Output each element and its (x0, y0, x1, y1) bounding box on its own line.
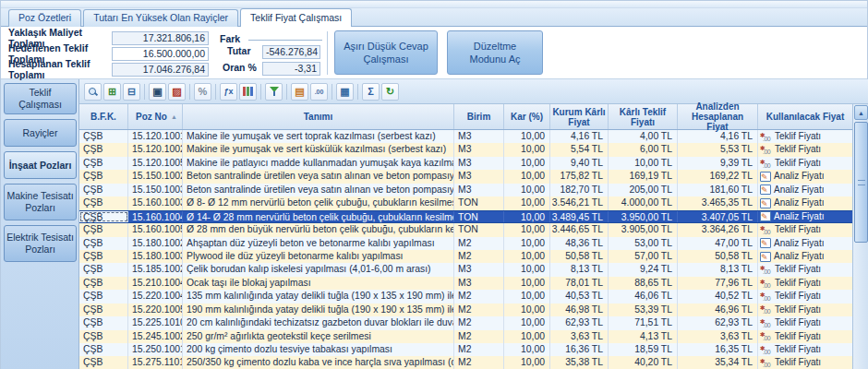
cell-bfk[interactable]: ÇŞB (79, 184, 128, 196)
chart-icon[interactable] (239, 83, 257, 101)
cell-bfk[interactable]: ÇŞB (79, 196, 128, 209)
col-header-tanimi[interactable]: Tanımı (183, 104, 454, 129)
cell-kurum-karli-fiyat[interactable]: 3.489,45 TL (550, 211, 609, 222)
sidebar-item-makine-tesisati-pozlari[interactable]: Makine Tesisatı Pozları (4, 184, 77, 220)
cell-analizden-hesaplanan-fiyat[interactable]: 16,35 TL (678, 343, 758, 356)
cell-kullanilacak-fiyat[interactable]: Teklif Fiyatı (758, 130, 852, 143)
tree-add-icon[interactable]: ⊞ (103, 83, 121, 101)
cell-kurum-karli-fiyat[interactable]: 48,36 TL (550, 237, 609, 250)
cell-kullanilacak-fiyat[interactable]: Teklif Fiyatı (758, 157, 852, 170)
formula-icon[interactable]: ƒx (220, 83, 237, 101)
cell-karli-teklif-fiyati[interactable]: 4,00 TL (609, 130, 678, 143)
col-header-birim[interactable]: Birim (454, 104, 504, 129)
cell-kar[interactable]: 10,00 (504, 356, 550, 369)
table-row[interactable]: ÇŞB15.120.1005Makine ile patlayıcı madde… (79, 157, 852, 170)
cell-karli-teklif-fiyati[interactable]: 53,39 TL (609, 304, 678, 316)
cell-poz-no[interactable]: 15.220.1004 (128, 290, 183, 303)
decimal-icon[interactable]: .00 (310, 83, 328, 101)
cell-kar[interactable]: 10,00 (504, 157, 550, 170)
cell-analizden-hesaplanan-fiyat[interactable]: 77,96 TL (678, 277, 758, 290)
cell-tanimi[interactable]: Makine ile yumuşak ve sert toprak kazılm… (183, 130, 454, 143)
cell-birim[interactable]: M3 (454, 170, 504, 183)
cell-kurum-karli-fiyat[interactable]: 175,82 TL (550, 170, 609, 183)
cell-bfk[interactable]: ÇŞB (79, 290, 128, 303)
cell-analizden-hesaplanan-fiyat[interactable]: 5,53 TL (678, 143, 758, 156)
cell-birim[interactable]: M2 (454, 290, 504, 303)
scroll-up-icon[interactable]: ▲ (854, 105, 868, 120)
cell-tanimi[interactable]: 250/350 kg çimento dozlu kaba ve ince ha… (183, 356, 454, 369)
cell-kullanilacak-fiyat[interactable]: Teklif Fiyatı (758, 143, 852, 156)
cell-kurum-karli-fiyat[interactable]: 78,01 TL (550, 277, 609, 290)
cell-poz-no[interactable]: 15.120.1005 (128, 157, 183, 170)
cell-kullanilacak-fiyat[interactable]: Analiz Fiyatı (758, 196, 852, 209)
cell-karli-teklif-fiyati[interactable]: 46,06 TL (609, 290, 678, 303)
cell-kurum-karli-fiyat[interactable]: 8,13 TL (550, 263, 609, 276)
cell-kullanilacak-fiyat[interactable]: Analiz Fiyatı (758, 170, 852, 183)
cell-poz-no[interactable]: 15.245.1002 (128, 330, 183, 343)
table-row[interactable]: ÇŞB15.210.1004Ocak taşı ile blokaj yapıl… (79, 277, 852, 290)
cell-bfk[interactable]: ÇŞB (79, 277, 128, 290)
scrollbar-thumb[interactable] (854, 122, 868, 243)
cell-kar[interactable]: 10,00 (504, 250, 550, 263)
cell-kurum-karli-fiyat[interactable]: 40,53 TL (550, 290, 609, 303)
cell-kullanilacak-fiyat[interactable]: Teklif Fiyatı (758, 290, 852, 303)
asiri-dusuk-cevap-button[interactable]: Aşırı Düşük Cevap Çalışması (334, 30, 438, 75)
cell-poz-no[interactable]: 15.180.1002 (128, 237, 183, 250)
cell-karli-teklif-fiyati[interactable]: 10,00 TL (609, 157, 678, 170)
cell-karli-teklif-fiyati[interactable]: 57,00 TL (609, 250, 678, 263)
table-row[interactable]: ÇŞB15.120.1002Makine ile yumuşak ve sert… (79, 143, 852, 156)
cell-kurum-karli-fiyat[interactable]: 3.546,21 TL (550, 196, 609, 209)
cell-analizden-hesaplanan-fiyat[interactable]: 3.364,26 TL (678, 223, 758, 236)
cell-kurum-karli-fiyat[interactable]: 4,16 TL (550, 130, 609, 143)
cell-analizden-hesaplanan-fiyat[interactable]: 3.407,05 TL (678, 211, 758, 222)
cell-karli-teklif-fiyati[interactable]: 40,20 TL (609, 356, 678, 369)
cell-birim[interactable]: M3 (454, 263, 504, 276)
cell-analizden-hesaplanan-fiyat[interactable]: 35,34 TL (678, 356, 758, 369)
cell-kullanilacak-fiyat[interactable]: Teklif Fiyatı (758, 277, 852, 290)
refresh-icon[interactable]: ↻ (381, 83, 399, 101)
cell-analizden-hesaplanan-fiyat[interactable]: 181,60 TL (678, 184, 758, 196)
cell-karli-teklif-fiyati[interactable]: 3.905,00 TL (609, 223, 678, 236)
cell-poz-no[interactable]: 15.220.1005 (128, 304, 183, 316)
cell-kar[interactable]: 10,00 (504, 263, 550, 276)
cell-birim[interactable]: M3 (454, 184, 504, 196)
cell-kurum-karli-fiyat[interactable]: 46,98 TL (550, 304, 609, 316)
sidebar-item-elektrik-tesisati-pozlari[interactable]: Elektrik Tesisatı Pozları (4, 225, 77, 262)
cell-tanimi[interactable]: Makine ile patlayıcı madde kullanmadan y… (183, 157, 454, 170)
cell-kurum-karli-fiyat[interactable]: 182,70 TL (550, 184, 609, 196)
cell-analizden-hesaplanan-fiyat[interactable]: 169,22 TL (678, 170, 758, 183)
cell-karli-teklif-fiyati[interactable]: 18,59 TL (609, 343, 678, 356)
tab-poz-ozetleri[interactable]: Poz Özetleri (8, 9, 81, 27)
cell-kar[interactable]: 10,00 (504, 304, 550, 316)
cell-karli-teklif-fiyati[interactable]: 53,00 TL (609, 237, 678, 250)
cell-birim[interactable]: M3 (454, 277, 504, 290)
table-row[interactable]: ÇŞB15.120.1001Makine ile yumuşak ve sert… (79, 130, 852, 143)
cell-analizden-hesaplanan-fiyat[interactable]: 8,13 TL (678, 263, 758, 276)
search-icon[interactable] (84, 83, 102, 101)
cell-kar[interactable]: 10,00 (504, 343, 550, 356)
cell-bfk[interactable]: ÇŞB (79, 223, 128, 236)
cell-poz-no[interactable]: 15.160.1004 (128, 211, 183, 222)
cell-kurum-karli-fiyat[interactable]: 16,36 TL (550, 343, 609, 356)
cell-birim[interactable]: M2 (454, 356, 504, 369)
cell-bfk[interactable]: ÇŞB (79, 316, 128, 329)
cell-kar[interactable]: 10,00 (504, 330, 550, 343)
cell-bfk[interactable]: ÇŞB (79, 263, 128, 276)
cell-kar[interactable]: 10,00 (504, 290, 550, 303)
cell-kurum-karli-fiyat[interactable]: 62,93 TL (550, 316, 609, 329)
cell-karli-teklif-fiyati[interactable]: 9,24 TL (609, 263, 678, 276)
cell-kar[interactable]: 10,00 (504, 143, 550, 156)
col-header-analizden-hesaplanan-fiyat[interactable]: Analizden Hesaplanan Fiyat (678, 104, 758, 129)
cell-poz-no[interactable]: 15.210.1004 (128, 277, 183, 290)
table-row[interactable]: ÇŞB15.245.1002250 gr/m² ağırlıkta geotek… (79, 330, 852, 343)
cell-tanimi[interactable]: Beton santralinde üretilen veya satın al… (183, 170, 454, 183)
cell-poz-no[interactable]: 15.120.1002 (128, 143, 183, 156)
table-row[interactable]: ÇŞB15.160.1003Ø 8- Ø 12 mm nervürlü beto… (79, 196, 852, 209)
table-row[interactable]: ÇŞB15.220.1004135 mm kalınlığında yatay … (79, 290, 852, 303)
cell-kurum-karli-fiyat[interactable]: 50,58 TL (550, 250, 609, 263)
table-row[interactable]: ÇŞB15.150.1002Beton santralinde üretilen… (79, 170, 852, 183)
screen-icon[interactable]: ▣ (149, 83, 166, 101)
cell-poz-no[interactable]: 15.225.1010 (128, 316, 183, 329)
cell-kar[interactable]: 10,00 (504, 237, 550, 250)
table-row[interactable]: ÇŞB15.160.1005Ø 28 mm den büyük nervürlü… (79, 223, 852, 236)
